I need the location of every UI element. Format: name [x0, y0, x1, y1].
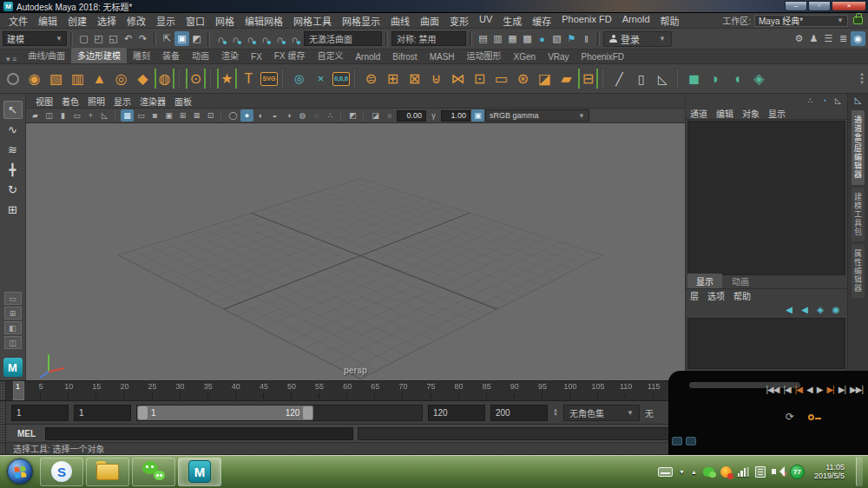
go-to-end-button[interactable]: ▶▶|	[850, 385, 863, 394]
menu-item-6[interactable]: 窗口	[181, 14, 210, 28]
animation-end-field[interactable]: 200	[490, 405, 548, 421]
channel-box-menu-0[interactable]: 通道	[686, 107, 712, 120]
image-plane-icon[interactable]: ▭	[70, 109, 83, 122]
animation-preferences-icon[interactable]: ⟳	[786, 411, 794, 423]
range-slider-grip[interactable]	[0, 401, 6, 424]
subdiv-cube-icon[interactable]: ◈	[749, 68, 769, 89]
shelf-tab-Arnold[interactable]: Arnold	[349, 51, 386, 63]
field-chart-icon[interactable]: ⊞	[176, 109, 189, 122]
step-back-frame-button[interactable]: |◀	[783, 385, 790, 394]
light-editor-icon[interactable]: ⚑	[564, 31, 579, 46]
speed-state-icon[interactable]: ◔	[819, 95, 830, 106]
clock[interactable]: 11:05 2019/5/5	[811, 463, 848, 480]
redo-icon[interactable]: ↷	[135, 31, 150, 46]
viewport-canvas[interactable]: persp	[26, 123, 685, 380]
layer-editor-tab-显示[interactable]: 显示	[687, 274, 722, 288]
command-line-language[interactable]: MEL	[10, 429, 41, 439]
notes-tray-icon[interactable]	[755, 466, 766, 478]
shelf-scroll-control[interactable]: ▲●▼	[859, 72, 866, 85]
fill-hole-icon[interactable]: ⊟	[578, 69, 598, 89]
shelf-tab-装备[interactable]: 装备	[156, 48, 186, 63]
shelf-tab-FX[interactable]: FX	[245, 51, 268, 63]
shelf-tab-XGen[interactable]: XGen	[508, 51, 542, 63]
taskbar-maya[interactable]: M	[178, 458, 221, 486]
poly-primitive-icon[interactable]: ⊙	[186, 69, 206, 89]
step-back-key-button[interactable]: |◀	[795, 385, 802, 394]
persp-graph-layout-button[interactable]: ◫	[4, 336, 22, 349]
isolate-select-icon[interactable]: ◩	[346, 109, 359, 122]
shelf-tab-动画[interactable]: 动画	[186, 48, 215, 63]
poly-cone-icon[interactable]: ▲	[89, 68, 109, 89]
motion-blur-icon[interactable]: ◌	[310, 109, 323, 122]
shelf-menu-icon[interactable]: ▾ ≡	[2, 55, 21, 63]
origin-locator-icon[interactable]: 0,0,0	[332, 72, 350, 86]
shadows-icon[interactable]: ◑	[282, 109, 295, 122]
film-gate-icon[interactable]: ▭	[135, 109, 148, 122]
select-tool[interactable]: ↖	[3, 101, 23, 119]
live-surface-field[interactable]: 无激活曲面	[304, 31, 382, 46]
safe-title-icon[interactable]: ⊡	[204, 109, 217, 122]
play-forwards-button[interactable]: ▶	[817, 385, 823, 394]
undo-icon[interactable]: ↶	[121, 31, 135, 46]
shelf-tab-曲线/曲面[interactable]: 曲线/曲面	[22, 48, 71, 63]
crease-icon[interactable]: ◗	[706, 68, 726, 89]
close-button[interactable]: ×	[832, 1, 866, 11]
channel-box-menu-2[interactable]: 对象	[738, 107, 764, 120]
shaded-mode-icon[interactable]: ●	[240, 109, 253, 122]
exposure-icon[interactable]: ☼	[383, 109, 396, 122]
shelf-tab-VRay[interactable]: VRay	[542, 51, 575, 63]
layer-visibility-icon[interactable]: ◀	[783, 304, 795, 316]
layer-list[interactable]	[687, 318, 845, 369]
paint-selection-tool[interactable]: ≋	[3, 141, 23, 159]
grease-pencil-icon[interactable]: ◺	[98, 109, 111, 122]
play-backwards-button[interactable]: ◀	[806, 385, 812, 394]
open-scene-icon[interactable]: ◰	[91, 31, 106, 46]
select-component-icon[interactable]: ◩	[189, 31, 204, 46]
select-camera-icon[interactable]: ▰	[29, 109, 42, 122]
poly-cylinder-icon[interactable]: ▥	[68, 68, 88, 89]
channel-box-menu-1[interactable]: 编辑	[712, 107, 738, 120]
set-key-icon[interactable]	[808, 414, 814, 420]
network-signal-icon[interactable]	[738, 467, 749, 477]
poly-disc-icon[interactable]: ◍	[155, 69, 174, 89]
menu-item-14[interactable]: UV	[474, 14, 497, 28]
menu-item-13[interactable]: 变形	[444, 14, 474, 28]
layer-menu-1[interactable]: 选项	[703, 289, 729, 302]
multi-cut-icon[interactable]: ╱	[609, 68, 629, 89]
login-button[interactable]: 登录 ▼	[603, 31, 672, 47]
menu-item-11[interactable]: 曲线	[385, 14, 415, 28]
xyz-manipulator-icon[interactable]: ∴	[805, 95, 816, 106]
viewport-menu-4[interactable]: 渲染器	[135, 95, 170, 108]
menu-item-17[interactable]: Phoenix FD	[556, 14, 616, 28]
step-forward-key-button[interactable]: ▶|	[826, 385, 833, 394]
menu-item-8[interactable]: 编辑网格	[240, 14, 288, 28]
snap-to-view-plane-icon[interactable]: ∩	[273, 31, 287, 46]
viewport-menu-0[interactable]: 视图	[31, 95, 57, 108]
select-object-icon[interactable]: ▣	[174, 31, 189, 46]
uncrease-icon[interactable]: ◖	[727, 68, 747, 89]
menu-set-dropdown[interactable]: 建模▼	[3, 31, 67, 46]
command-builder-icon[interactable]	[686, 437, 696, 445]
taskbar-sogou-browser[interactable]: S	[40, 458, 83, 486]
pencil-icon[interactable]: ◺	[855, 96, 862, 108]
viewport-menu-3[interactable]: 显示	[109, 95, 135, 108]
colorspace-dropdown[interactable]: sRGB gamma▼	[485, 109, 589, 122]
shelf-tab-FX 缓存[interactable]: FX 缓存	[268, 48, 312, 63]
new-empty-layer-icon[interactable]: ◈	[814, 304, 826, 316]
humanik-icon[interactable]: ♟	[806, 31, 821, 46]
step-forward-frame-button[interactable]: ▶|	[838, 385, 845, 394]
four-pane-layout-button[interactable]: ⊞	[4, 307, 22, 320]
lasso-tool[interactable]: ∿	[3, 121, 23, 139]
pause-viewport-icon[interactable]: ‖	[579, 31, 594, 46]
channel-box-toggle-icon[interactable]: ≣	[836, 31, 851, 46]
menu-item-16[interactable]: 缓存	[527, 14, 556, 28]
scale-tool[interactable]: ⊞	[3, 201, 23, 219]
sogou-tray-icon[interactable]	[720, 466, 732, 478]
rotate-tool[interactable]: ↻	[3, 181, 23, 199]
workspace-dropdown[interactable]: Maya 经典*▼	[754, 15, 848, 27]
menu-item-2[interactable]: 创建	[62, 14, 92, 28]
wechat-tray-icon[interactable]	[703, 467, 714, 477]
extract-icon[interactable]: ⊠	[404, 68, 424, 89]
maximize-button[interactable]: ▫	[808, 1, 831, 11]
character-set-dropdown[interactable]: 无角色集▼	[563, 405, 640, 421]
